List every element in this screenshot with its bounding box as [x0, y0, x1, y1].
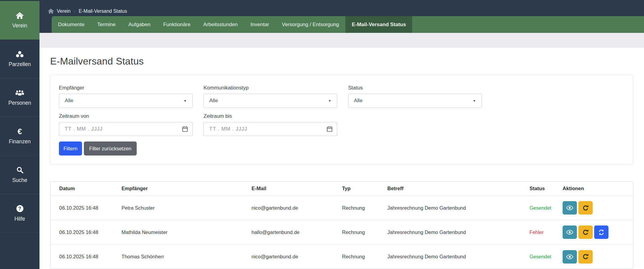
column-header-aktionen: Aktionen [554, 182, 633, 196]
status-badge: Gesendet [521, 196, 554, 220]
tab-aufgaben[interactable]: Aufgaben [122, 16, 157, 33]
redo-icon [583, 205, 588, 211]
home-icon[interactable] [48, 9, 54, 14]
table-header-row: Datum Empfänger E-Mail Typ Betreff Statu… [50, 182, 633, 196]
sidebar-item-hilfe[interactable]: ?Hilfe [0, 194, 39, 233]
resend-email-button[interactable] [578, 225, 593, 239]
eye-icon [566, 254, 573, 259]
chevron-down-icon: ▼ [183, 99, 187, 103]
eye-icon [566, 230, 573, 235]
sidebar-item-parzellen[interactable]: Parzellen [0, 40, 39, 78]
column-header-empfaenger: Empfänger [113, 182, 243, 196]
sidebar-item-label: Hilfe [14, 216, 25, 222]
cubes-icon [15, 50, 24, 58]
sidebar: VereinParzellenPersonen€FinanzenSuche?Hi… [0, 0, 39, 269]
cell-empfaenger: Petra Schuster [113, 196, 243, 220]
page-title: E-Mailversand Status [50, 56, 633, 67]
cell-aktionen [554, 196, 633, 220]
cell-typ: Rechnung [333, 220, 379, 244]
sync-icon [598, 229, 604, 235]
page-background-band [39, 33, 644, 48]
cell-aktionen [554, 244, 633, 269]
cell-datum: 06.10.2025 16:48 [50, 196, 113, 220]
view-email-button[interactable] [563, 250, 577, 264]
cell-betreff: Jahresrechnung Demo Gartenbund [379, 244, 521, 269]
status-badge: Fehler [521, 220, 554, 244]
cell-aktionen [554, 220, 633, 244]
main-area: Verein › E-Mail-Versand Status Dokumente… [39, 0, 644, 269]
sidebar-item-label: Verein [12, 23, 27, 29]
calendar-icon[interactable] [182, 126, 188, 132]
chevron-down-icon: ▼ [328, 99, 331, 103]
empfaenger-select[interactable]: Alle ▼ [59, 94, 193, 108]
table-row: 06.10.2025 16:48Petra Schusternico@garte… [50, 196, 633, 220]
filter-button[interactable]: Filtern [59, 141, 82, 155]
view-email-button[interactable] [563, 201, 577, 215]
column-header-typ: Typ [333, 182, 379, 196]
status-badge: Gesendet [521, 244, 554, 269]
search-icon [16, 166, 23, 174]
status-select[interactable]: Alle ▼ [348, 94, 482, 108]
tab-funktion-re[interactable]: Funktionäre [157, 16, 197, 33]
calendar-icon[interactable] [327, 126, 333, 132]
status-label: Status [348, 85, 482, 91]
column-header-email: E-Mail [243, 182, 333, 196]
cell-datum: 06.10.2025 16:48 [50, 220, 113, 244]
sidebar-item-label: Finanzen [9, 138, 31, 145]
column-header-status: Status [521, 182, 554, 196]
zeitraum-von-label: Zeitraum von [59, 113, 193, 119]
cell-email: nico@gartenbund.de [243, 244, 333, 269]
sidebar-item-label: Suche [12, 177, 27, 183]
cell-email: nico@gartenbund.de [243, 196, 333, 220]
cell-typ: Rechnung [333, 244, 379, 269]
resend-email-button[interactable] [578, 250, 593, 264]
cell-empfaenger: Mathilda Neumeister [113, 220, 243, 244]
eye-icon [566, 205, 573, 210]
empfaenger-label: Empfänger [59, 85, 193, 91]
kommunikationstyp-label: Kommunikationstyp [204, 85, 337, 91]
tab-inventar[interactable]: Inventar [244, 16, 275, 33]
help-icon: ? [16, 205, 23, 213]
sidebar-item-suche[interactable]: Suche [0, 155, 39, 194]
zeitraum-bis-input[interactable] [209, 126, 327, 132]
retry-email-button[interactable] [594, 225, 608, 239]
table-row: 06.10.2025 16:48Thomas Schönherrnico@gar… [50, 244, 633, 269]
euro-icon: € [18, 128, 22, 135]
top-header: Verein › E-Mail-Versand Status Dokumente… [39, 0, 644, 33]
view-email-button[interactable] [563, 225, 577, 239]
zeitraum-von-input[interactable] [65, 126, 182, 132]
chevron-down-icon: ▼ [473, 99, 476, 103]
resend-email-button[interactable] [578, 201, 593, 215]
sidebar-item-label: Personen [9, 100, 31, 106]
filter-reset-button[interactable]: Filter zurücksetzen [84, 141, 137, 155]
kommunikationstyp-select[interactable]: Alle ▼ [204, 94, 337, 108]
cell-email: hallo@gartenbund.de [243, 220, 333, 244]
column-header-datum: Datum [50, 182, 113, 196]
table-row: 06.10.2025 16:48Mathilda Neumeisterhallo… [50, 220, 633, 244]
column-header-betreff: Betreff [379, 182, 521, 196]
breadcrumb-item-verein[interactable]: Verein [57, 9, 70, 14]
page-content: E-Mailversand Status Empfänger Alle ▼ Ko… [39, 48, 644, 269]
sidebar-item-label: Parzellen [9, 61, 31, 68]
users-icon [15, 89, 24, 97]
tab-e-mail-versand-status[interactable]: E-Mail-Versand Status [345, 16, 413, 33]
tab-arbeitsstunden[interactable]: Arbeitsstunden [197, 16, 244, 33]
cell-typ: Rechnung [333, 196, 379, 220]
cell-empfaenger: Thomas Schönherr [113, 244, 243, 269]
sidebar-item-finanzen[interactable]: €Finanzen [0, 117, 39, 155]
email-status-table: Datum Empfänger E-Mail Typ Betreff Statu… [50, 181, 633, 269]
breadcrumb-item-current: E-Mail-Versand Status [79, 9, 127, 14]
home-icon [16, 12, 24, 19]
cell-betreff: Jahresrechnung Demo Gartenbund [379, 196, 521, 220]
sidebar-item-personen[interactable]: Personen [0, 78, 39, 117]
tab-termine[interactable]: Termine [91, 16, 122, 33]
tab-versorgung-entsorgung[interactable]: Versorgung / Entsorgung [276, 16, 345, 33]
tab-dokumente[interactable]: Dokumente [52, 16, 91, 33]
filter-panel: Empfänger Alle ▼ Kommunikationstyp Alle … [50, 75, 633, 165]
sidebar-item-verein[interactable]: Verein [0, 1, 39, 40]
redo-icon [583, 229, 588, 235]
cell-betreff: Jahresrechnung Demo Gartenbund [379, 220, 521, 244]
zeitraum-bis-label: Zeitraum bis [204, 113, 337, 119]
app-root: VereinParzellenPersonen€FinanzenSuche?Hi… [0, 0, 644, 269]
redo-icon [583, 254, 588, 260]
